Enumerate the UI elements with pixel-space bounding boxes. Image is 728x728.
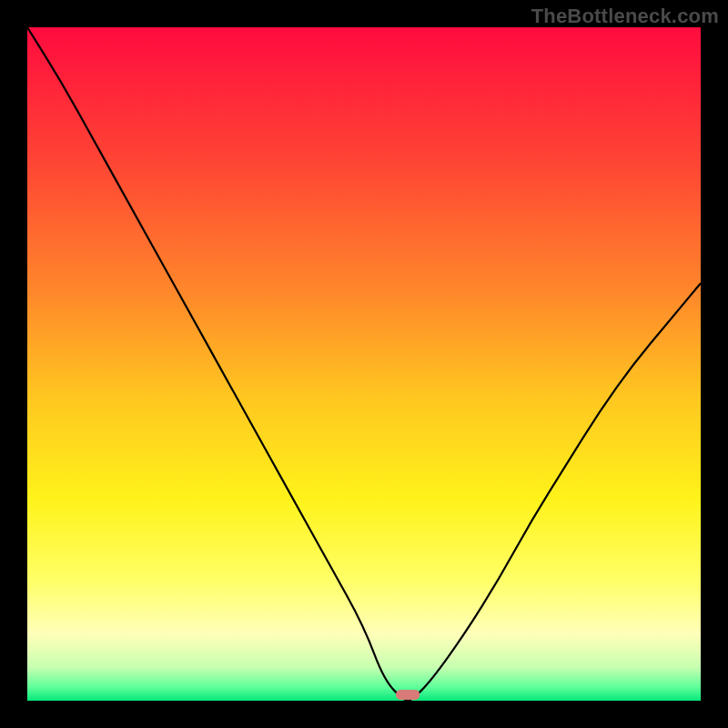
chart-frame: TheBottleneck.com [0, 0, 728, 728]
bottleneck-curve [27, 27, 701, 701]
plot-area [27, 27, 701, 701]
watermark-text: TheBottleneck.com [531, 5, 719, 28]
optimal-marker [396, 690, 420, 700]
curve-layer [27, 27, 701, 701]
